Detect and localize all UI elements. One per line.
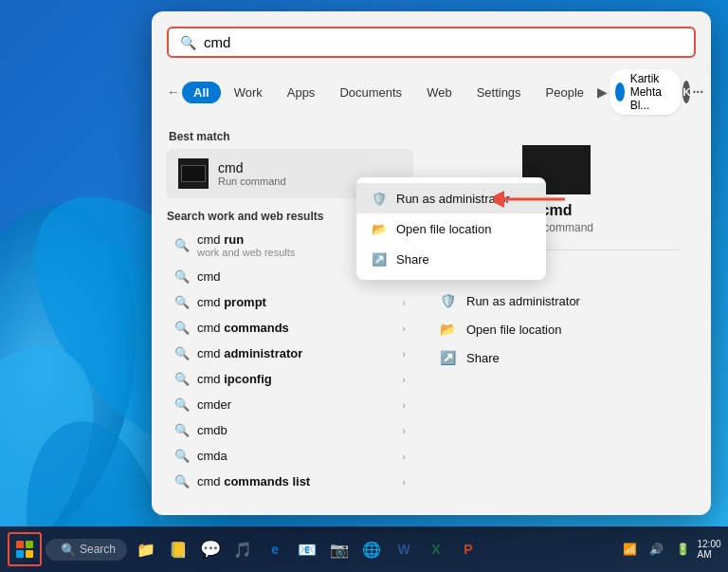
taskbar-icon-word[interactable]: W [389,534,419,564]
tab-more-button[interactable]: ▶ [597,79,608,105]
tab-people[interactable]: People [535,82,595,103]
taskbar-icon-excel[interactable]: X [421,534,451,564]
left-panel: Best match cmd Run command 🛡️ Run as adm… [167,130,413,500]
volume-icon[interactable]: 🔊 [645,538,667,561]
action-share-label: Share [466,351,500,365]
taskbar: 🔍 Search 📁 📒 💬 🎵 e 📧 📷 🌐 W X P 📶 🔊 🔋 12:… [0,526,728,572]
network-icon[interactable]: 📶 [618,538,641,561]
taskbar-icon-camera[interactable]: 📷 [324,534,355,564]
search-box-icon: 🔍 [180,35,196,50]
logo-cell-3 [16,550,24,558]
search-result-text-0: cmd run [197,232,295,247]
search-result-text-6: cmder [197,397,394,412]
windows-logo-icon [16,541,33,558]
taskbar-icon-mail[interactable]: 📧 [292,534,322,564]
start-button[interactable] [8,532,42,566]
search-result-text-5: cmd ipconfig [197,372,394,386]
context-open-file-location[interactable]: 📂 Open file location [356,213,546,244]
user-name-label: Kartik Mehta Bl... [630,72,672,112]
action-open-file-location[interactable]: 📂 Open file location [432,315,681,343]
best-match-name: cmd [218,160,286,175]
search-result-icon-1: 🔍 [174,269,190,284]
search-result-cmder[interactable]: 🔍 cmder › [167,392,413,417]
taskbar-icon-music[interactable]: 🎵 [228,534,258,564]
tab-user-profile[interactable]: Kartik Mehta Bl... [610,69,681,115]
search-result-cmda[interactable]: 🔍 cmda › [167,443,413,469]
best-match-label: Best match [167,130,413,143]
chevron-right-icon-9: › [402,476,406,488]
tab-documents[interactable]: Documents [328,82,413,103]
tab-back-button[interactable]: ← [167,79,180,105]
taskbar-icon-notepad[interactable]: 📒 [163,534,193,564]
search-result-text-8: cmda [197,449,394,463]
logo-cell-1 [16,541,24,548]
search-input[interactable] [204,34,682,50]
search-result-cmd-commands-list[interactable]: 🔍 cmd commands list › [167,469,413,494]
admin-icon: 🛡️ [438,293,457,308]
chevron-right-icon-2: › [402,297,406,308]
context-share[interactable]: ↗️ Share [356,244,546,274]
search-result-sub-0: work and web results [197,247,295,258]
search-box[interactable]: 🔍 [167,27,696,58]
taskbar-search-label: Search [80,543,116,556]
logo-cell-2 [26,541,33,548]
search-result-text-9: cmd commands list [197,474,394,489]
open-file-location-icon: 📂 [372,221,387,236]
search-result-cmd-prompt[interactable]: 🔍 cmd prompt › [167,289,413,315]
action-share[interactable]: ↗️ Share [432,343,681,372]
chevron-right-icon-3: › [402,323,406,334]
chevron-right-icon-5: › [402,374,406,385]
battery-icon[interactable]: 🔋 [671,538,694,561]
main-content: Best match cmd Run command 🛡️ Run as adm… [167,130,696,500]
share-action-icon: ↗️ [438,350,457,365]
search-result-icon-8: 🔍 [174,449,190,463]
tab-apps[interactable]: Apps [276,82,327,103]
search-result-text-3: cmd commands [197,321,394,335]
action-run-as-admin[interactable]: 🛡️ Run as administrator [432,286,681,315]
cmd-app-icon [178,158,209,189]
chevron-right-icon-7: › [402,425,406,436]
taskbar-icon-powerpoint[interactable]: P [453,534,483,564]
taskbar-icons: 📁 📒 💬 🎵 e 📧 📷 🌐 W X P [131,534,618,564]
open-file-location-label: Open file location [396,222,491,236]
user-k-badge[interactable]: K [682,81,690,103]
search-result-cmd-administrator[interactable]: 🔍 cmd administrator › [167,341,413,366]
run-as-admin-icon: 🛡️ [372,191,387,206]
tab-work[interactable]: Work [223,82,274,103]
best-match-item[interactable]: cmd Run command 🛡️ Run as administrator … [167,149,413,198]
taskbar-icon-file-explorer[interactable]: 📁 [131,534,161,564]
search-panel: 🔍 ← All Work Apps Documents Web Settings… [152,11,711,515]
search-result-icon-4: 🔍 [174,346,190,360]
search-result-icon-0: 🔍 [174,238,190,252]
run-as-admin-label: Run as administrator [396,192,510,206]
folder-icon: 📂 [438,322,457,337]
notification-icon[interactable]: 12:00AM [698,538,720,561]
taskbar-icon-chrome[interactable]: 🌐 [356,534,387,564]
tab-web[interactable]: Web [415,82,464,103]
share-label: Share [396,252,429,267]
search-result-icon-7: 🔍 [174,423,190,437]
search-result-text-7: cmdb [197,423,394,437]
search-result-icon-2: 🔍 [174,295,190,309]
chevron-right-icon-8: › [402,451,406,462]
taskbar-icon-teams[interactable]: 💬 [195,534,226,564]
tab-settings[interactable]: Settings [465,82,533,103]
tab-all[interactable]: All [182,82,221,103]
search-result-cmd-commands[interactable]: 🔍 cmd commands › [167,315,413,341]
taskbar-search[interactable]: 🔍 Search [46,539,127,561]
best-match-subtitle: Run command [218,175,286,187]
action-open-file-location-label: Open file location [466,323,561,337]
overflow-menu-button[interactable]: ··· [692,79,703,105]
logo-cell-4 [26,550,33,558]
search-result-text-4: cmd administrator [197,346,394,360]
filter-tabs: ← All Work Apps Documents Web Settings P… [167,69,696,115]
search-result-icon-3: 🔍 [174,321,190,335]
search-result-cmd-ipconfig[interactable]: 🔍 cmd ipconfig › [167,366,413,392]
action-run-as-admin-label: Run as administrator [466,294,580,308]
taskbar-icon-edge[interactable]: e [260,534,290,564]
taskbar-search-icon: 🔍 [61,543,76,557]
share-icon: ↗️ [372,251,387,267]
search-result-text-2: cmd prompt [197,295,394,309]
search-result-cmdb[interactable]: 🔍 cmdb › [167,417,413,443]
search-result-icon-5: 🔍 [174,372,190,386]
